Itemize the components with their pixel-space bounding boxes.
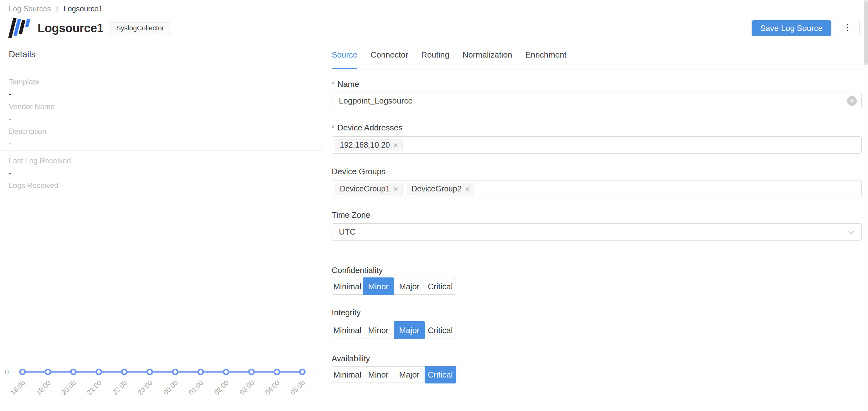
time-zone-select[interactable]: UTC xyxy=(332,223,862,241)
tag-label: 192.168.10.20 xyxy=(340,140,390,150)
svg-text:03:00: 03:00 xyxy=(238,379,256,397)
chevron-down-icon xyxy=(848,228,854,234)
name-input[interactable] xyxy=(332,93,862,109)
logo-bar xyxy=(25,19,30,27)
tab-routing[interactable]: Routing xyxy=(421,50,450,69)
detail-value: - xyxy=(9,138,314,148)
tab-connector[interactable]: Connector xyxy=(370,50,408,69)
availability-option-minor[interactable]: Minor xyxy=(363,366,394,383)
integrity-label: Integrity xyxy=(332,308,862,317)
page-header: Log Sources / Logsource1 Logsource1 Sysl… xyxy=(0,0,868,41)
confidentiality-option-minimal[interactable]: Minimal xyxy=(332,278,363,295)
detail-field-template: Template - xyxy=(9,77,314,98)
detail-value: - xyxy=(9,89,314,98)
integrity-option-critical[interactable]: Critical xyxy=(425,322,456,339)
confidentiality-option-major[interactable]: Major xyxy=(394,278,425,295)
more-actions-button[interactable]: ⋮ xyxy=(836,20,860,36)
tab-enrichment[interactable]: Enrichment xyxy=(525,50,567,69)
tag-label: DeviceGroup2 xyxy=(411,184,462,193)
svg-text:18:00: 18:00 xyxy=(9,379,27,397)
device-group-tag: DeviceGroup2 × xyxy=(407,183,474,195)
integrity-options: Minimal Minor Major Critical xyxy=(332,322,456,339)
svg-text:22:00: 22:00 xyxy=(111,379,129,397)
breadcrumb-item-log-sources[interactable]: Log Sources xyxy=(9,4,51,13)
availability-option-major[interactable]: Major xyxy=(394,366,425,383)
app-logo xyxy=(8,18,32,38)
detail-value: - xyxy=(9,168,314,177)
tab-source[interactable]: Source xyxy=(332,50,357,69)
integrity-option-minimal[interactable]: Minimal xyxy=(332,322,363,339)
device-addresses-input[interactable]: 192.168.10.20 × xyxy=(332,136,862,154)
required-asterisk: * xyxy=(332,124,335,132)
confidentiality-label: Confidentiality xyxy=(332,265,862,275)
details-panel: Details Template - Vendor Name - Descrip… xyxy=(0,41,323,406)
scrollbar-thumb[interactable] xyxy=(864,0,868,65)
detail-label: Template xyxy=(9,77,314,86)
detail-field-vendor-name: Vendor Name - xyxy=(9,102,314,123)
page-scrollbar[interactable] xyxy=(864,0,868,411)
kebab-icon: ⋮ xyxy=(843,23,852,32)
integrity-option-minor[interactable]: Minor xyxy=(363,322,394,339)
device-address-tag: 192.168.10.20 × xyxy=(335,139,403,151)
collector-type-badge: SyslogCollector xyxy=(110,22,170,34)
svg-text:00:00: 00:00 xyxy=(162,379,180,397)
availability-option-critical[interactable]: Critical xyxy=(425,366,456,383)
svg-text:23:00: 23:00 xyxy=(136,379,154,397)
svg-text:02:00: 02:00 xyxy=(213,379,230,397)
detail-label: Vendor Name xyxy=(9,102,314,111)
detail-field-last-log-received: Last Log Received - xyxy=(9,156,314,177)
name-label: *Name xyxy=(332,80,862,89)
svg-text:01:00: 01:00 xyxy=(187,379,205,397)
device-groups-input[interactable]: DeviceGroup1 × DeviceGroup2 × xyxy=(332,180,862,197)
save-log-source-button[interactable]: Save Log Source xyxy=(752,20,831,36)
confidentiality-option-minor[interactable]: Minor xyxy=(363,278,394,295)
tag-label: DeviceGroup1 xyxy=(340,184,390,193)
confidentiality-options: Minimal Minor Major Critical xyxy=(332,278,456,295)
detail-label: Last Log Received xyxy=(9,156,314,165)
details-title: Details xyxy=(0,41,323,67)
logs-received-chart: 018:0019:0020:0021:0022:0023:0000:0001:0… xyxy=(0,354,323,401)
integrity-option-major[interactable]: Major xyxy=(394,321,425,339)
breadcrumb-separator: / xyxy=(56,4,58,13)
breadcrumb: Log Sources / Logsource1 xyxy=(9,4,860,13)
tag-remove-icon[interactable]: × xyxy=(393,185,398,193)
svg-text:19:00: 19:00 xyxy=(34,379,52,397)
device-addresses-label: *Device Addresses xyxy=(332,123,862,133)
time-zone-value: UTC xyxy=(339,227,355,237)
tab-bar: Source Connector Routing Normalization E… xyxy=(332,41,862,69)
tag-remove-icon[interactable]: × xyxy=(393,141,398,149)
svg-text:04:00: 04:00 xyxy=(264,379,281,397)
availability-options: Minimal Minor Major Critical xyxy=(332,366,456,383)
detail-label: Logs Received xyxy=(9,181,314,190)
availability-option-minimal[interactable]: Minimal xyxy=(332,366,363,383)
breadcrumb-item-current: Logsource1 xyxy=(64,4,103,13)
source-form-panel: Source Connector Routing Normalization E… xyxy=(323,41,868,406)
detail-value: - xyxy=(9,114,314,123)
tag-remove-icon[interactable]: × xyxy=(465,185,470,193)
svg-text:21:00: 21:00 xyxy=(86,379,103,397)
device-group-tag: DeviceGroup1 × xyxy=(335,183,403,195)
svg-text:05:00: 05:00 xyxy=(289,379,307,397)
svg-text:0: 0 xyxy=(5,368,9,376)
device-groups-label: Device Groups xyxy=(332,167,862,177)
detail-label: Description xyxy=(9,127,314,136)
detail-field-description: Description - xyxy=(9,127,314,148)
details-divider xyxy=(0,151,323,151)
svg-text:20:00: 20:00 xyxy=(60,379,78,397)
confidentiality-option-critical[interactable]: Critical xyxy=(425,278,456,295)
detail-field-logs-received: Logs Received xyxy=(9,181,314,190)
clear-input-icon[interactable]: × xyxy=(847,96,857,106)
availability-label: Availability xyxy=(332,354,862,363)
tab-normalization[interactable]: Normalization xyxy=(463,50,512,69)
page-title: Logsource1 xyxy=(37,22,103,35)
required-asterisk: * xyxy=(332,80,335,89)
time-zone-label: Time Zone xyxy=(332,210,862,220)
